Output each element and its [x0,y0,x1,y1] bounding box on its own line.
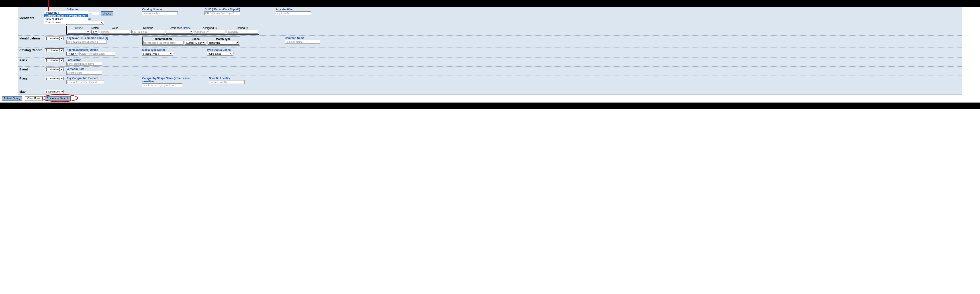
customize-option-customize[interactable]: [ customize ] [44,11,88,14]
choose-button[interactable]: choose [101,11,113,16]
anytaxon-label: Any taxon, ID, common name [=] [66,37,133,40]
event-customize-select[interactable]: [ customize ] [45,67,64,71]
otherid-issuedby-input[interactable] [227,30,258,34]
catalog-customize-select[interactable]: [ customize ] [45,48,64,52]
otherid-references-define-link[interactable]: Define [183,27,191,30]
guid-input[interactable] [204,11,240,15]
otherid-numeric-head: Numeric [131,27,165,30]
scope-head: Scope [185,37,207,41]
matchtype-head: Match Type [207,37,239,41]
section-parts-label: Parts [18,58,44,67]
partsearch-input[interactable] [66,62,102,66]
top-black-bar [0,0,980,7]
scope-select[interactable]: Current ID only [185,41,206,45]
mediatype-select[interactable]: [ Media Type ] [142,52,173,56]
section-map-label: Map [18,89,44,94]
anygeo-label: Any Geographic Element [66,77,133,80]
customize-option-individual[interactable]: Customize (choose individual options) [44,14,88,18]
commonname-label: Common Name [285,37,320,40]
agents-label: Agents (collector) Define [66,48,133,51]
catalog-number-input[interactable] [142,11,178,15]
otherid-match-select[interactable]: is [91,30,98,34]
anytaxon-input[interactable] [66,40,107,44]
section-event-label: Event [18,67,44,76]
clear-form-button[interactable]: Clear Form [25,96,43,101]
partsearch-label: Part Search [66,58,961,62]
otherid-assignedby-input[interactable] [194,30,225,34]
identification-input[interactable] [143,41,183,45]
identification-head: Identification [143,37,184,41]
agent-input[interactable] [79,52,115,56]
parts-customize-select[interactable]: [ customize ] [45,58,64,62]
otherid-numeric-input[interactable] [131,30,165,34]
otherid-references-select[interactable] [166,30,193,34]
section-identifications-label: Identifications [18,36,44,48]
identifications-customize-select[interactable]: [ customize ] [45,37,64,40]
otherid-define-link[interactable]: Define [75,27,83,30]
typestatus-select[interactable]: [ type status ] [207,52,234,56]
mediatype-label: Media Type Define [142,48,198,51]
identifiers-customize-dropdown-open[interactable]: [ customize ] Customize (choose individu… [44,11,88,24]
geoshape-label: Geography Shape Name (exact, case-sensit… [142,77,200,83]
collection-label: Collection [66,8,133,11]
otherid-value-input[interactable] [100,30,130,34]
any-identifier-label: Any Identifier [276,8,311,11]
otherid-type-select[interactable] [68,30,90,34]
verbatimdate-label: Verbatim Date [66,67,961,71]
otherid-assignedby-head: AssignedBy [194,27,226,30]
submit-query-button[interactable]: Submit Query [2,96,22,101]
geoshape-input[interactable] [142,83,182,87]
section-catalogrecord-label: Catalog Record [18,48,44,58]
catalog-number-label: Catalog Number [142,8,196,11]
section-identifiers-label: Identifiers [18,7,44,36]
guid-label: GUID ("DarwinCore Triplet") [204,8,267,11]
locality-input[interactable] [209,80,245,84]
bottom-black-bar [0,102,980,109]
other-id-table: Define Match Value Numeric References De… [66,26,259,35]
agent-role-select[interactable]: [ Agen [66,52,78,56]
any-identifier-input[interactable] [276,11,311,15]
locality-label: Specific Locality [209,77,245,80]
otherid-issuedby-head: IssuedBy [226,27,258,30]
verbatimdate-input[interactable] [66,71,102,75]
customize-option-reset[interactable]: Reset to Basic [44,21,88,24]
customize-search-button[interactable]: Customize Search [45,96,71,101]
customize-option-showall[interactable]: Show All Options [44,18,88,21]
relationship-define-label: Relationship Define [66,18,961,21]
commonname-input[interactable] [285,40,320,44]
otherid-match-head: Match [91,27,99,30]
anygeo-input[interactable] [66,80,104,84]
identification-table: Identification Scope Match Type Current … [142,37,240,45]
matchtype-select[interactable]: starts with [208,41,239,45]
section-place-label: Place [18,76,44,89]
place-customize-select[interactable]: [ customize ] [45,77,64,80]
bottom-button-bar: Submit Query Clear Form Customize Search [1,94,962,102]
typestatus-label: Type Status Define [207,48,234,51]
otherid-references-head: References [169,27,182,30]
map-customize-select[interactable]: [ customize ] [45,90,64,93]
otherid-value-head: Value [100,27,130,30]
search-form-table: Identifiers [ customize ] [ customize ] … [18,7,962,94]
